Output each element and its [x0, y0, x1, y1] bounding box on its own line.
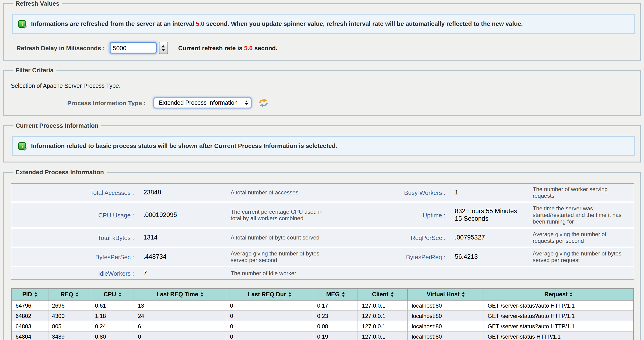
stat-description: The number of idle worker: [226, 267, 335, 280]
cell-request: GET /server-status?auto HTTP/1.1: [484, 311, 634, 321]
cell-req: 4300: [48, 311, 91, 321]
current-process-fieldset: Current Process Information Information …: [3, 122, 641, 163]
cell-cpu: 0.24: [91, 321, 134, 331]
refresh-delay-row: Refresh Delay in Miliseconds : Current r…: [10, 42, 636, 54]
process-list-body: 64796 2696 0.61 13 0 0.17 127.0.0.1 loca…: [11, 300, 634, 340]
cell-pid: 64803: [11, 321, 48, 331]
column-header-req[interactable]: REQ: [48, 289, 91, 300]
sort-icon: [288, 292, 291, 297]
filter-criteria-legend: Filter Criteria: [13, 67, 56, 74]
stat-label: Total kBytes :: [11, 228, 139, 247]
column-header-virtual-host[interactable]: Virtual Host: [408, 289, 484, 300]
cell-meg: 0.17: [313, 300, 358, 311]
column-header-request[interactable]: Request: [484, 289, 634, 300]
cell-virtual-host: localhost:80: [408, 311, 484, 321]
cell-pid: 64796: [11, 300, 48, 311]
spinner-buttons[interactable]: [159, 42, 168, 54]
process-type-select[interactable]: Extended Process Information: [153, 97, 252, 109]
cell-req: 3489: [48, 331, 91, 340]
refresh-info-suffix: second. When you update spinner value, r…: [206, 20, 523, 27]
server-stats-table: Total Accesses : 23848 A total number of…: [11, 183, 634, 280]
rate-suffix: second.: [254, 44, 277, 51]
column-header-pid[interactable]: PID: [11, 289, 48, 300]
table-header-row: PID REQ CPU Last REQ Time Last REQ Dur M…: [11, 289, 634, 300]
refresh-delay-input[interactable]: [110, 42, 157, 53]
column-header-last-req-dur[interactable]: Last REQ Dur: [226, 289, 313, 300]
rate-prefix: Current refresh rate is: [178, 44, 242, 51]
current-refresh-rate-text: Current refresh rate is 5.0 second.: [178, 44, 278, 51]
cell-meg: 0.08: [313, 321, 358, 331]
column-header-client[interactable]: Client: [358, 289, 408, 300]
table-row[interactable]: 64803 805 0.24 6 0 0.08 127.0.0.1 localh…: [11, 321, 634, 331]
cell-virtual-host: localhost:80: [408, 300, 484, 311]
table-row[interactable]: 64802 4300 1.18 24 0 0.23 127.0.0.1 loca…: [11, 311, 634, 321]
spinner-down-icon[interactable]: [162, 49, 165, 51]
server-stats-body: Total Accesses : 23848 A total number of…: [11, 183, 634, 280]
cell-cpu: 0.80: [91, 331, 134, 340]
sort-icon: [342, 292, 345, 297]
cell-pid: 64804: [11, 331, 48, 340]
column-header-cpu[interactable]: CPU: [91, 289, 134, 300]
cell-last-req-dur: 0: [226, 300, 313, 311]
column-header-last-req-time[interactable]: Last REQ Time: [134, 289, 226, 300]
sort-icon: [570, 292, 573, 297]
cell-meg: 0.19: [313, 331, 358, 340]
stat-description: Average giving the number of bytes serve…: [226, 247, 335, 267]
current-process-info-box: Information related to basic process sta…: [12, 136, 635, 156]
stat-value: .00795327: [450, 228, 528, 247]
cell-req: 2696: [48, 300, 91, 311]
sort-icon: [462, 292, 465, 297]
stat-label: Busy Workers :: [335, 183, 450, 202]
stat-label: CPU Usage :: [11, 202, 139, 228]
stat-value: 832 Hours 55 Minutes 15 Seconds: [450, 202, 528, 228]
extended-process-fieldset: Extended Process Information Total Acces…: [3, 169, 641, 340]
sort-icon: [34, 292, 37, 297]
cell-client: 127.0.0.1: [358, 331, 408, 340]
refresh-info-box: Informations are refreshed from the serv…: [12, 14, 635, 34]
cell-request: GET /server-status HTTP/1.1: [484, 331, 634, 340]
sort-icon: [391, 292, 394, 297]
stats-row: IdleWorkers : 7 The number of idle worke…: [11, 267, 634, 280]
cell-last-req-time: 13: [134, 300, 226, 311]
refresh-values-fieldset: Refresh Values Informations are refreshe…: [3, 0, 641, 61]
stat-value: [450, 267, 528, 280]
stats-row: Total kBytes : 1314 A total number of by…: [11, 228, 634, 247]
stats-row: Total Accesses : 23848 A total number of…: [11, 183, 634, 202]
cell-pid: 64802: [11, 311, 48, 321]
cell-cpu: 1.18: [91, 311, 134, 321]
refresh-delay-spinner[interactable]: [110, 42, 168, 54]
refresh-info-prefix: Informations are refreshed from the serv…: [31, 20, 194, 27]
refresh-rate-highlight: 5.0: [196, 20, 204, 27]
process-type-selected-value: Extended Process Information: [154, 100, 242, 106]
filter-criteria-description: Selection of Apache Server Process Type.: [11, 83, 636, 89]
stat-description: The number of worker serving requests: [528, 183, 634, 202]
stat-value: 56.4213: [450, 247, 528, 267]
cell-last-req-dur: 0: [226, 311, 313, 321]
cell-virtual-host: localhost:80: [408, 321, 484, 331]
sort-icon: [76, 292, 78, 297]
cell-client: 127.0.0.1: [358, 311, 408, 321]
stat-value: 7: [139, 267, 226, 280]
cell-last-req-time: 24: [134, 311, 226, 321]
stat-label: ReqPerSec :: [335, 228, 450, 247]
rate-value: 5.0: [244, 44, 252, 51]
refresh-info-text: Informations are refreshed from the serv…: [31, 20, 523, 27]
cell-last-req-time: 6: [134, 321, 226, 331]
table-row[interactable]: 64796 2696 0.61 13 0 0.17 127.0.0.1 loca…: [11, 300, 634, 311]
cell-meg: 0.23: [313, 311, 358, 321]
stat-description: Average giving the number of requests pe…: [528, 228, 634, 247]
cell-last-req-dur: 0: [226, 331, 313, 340]
table-row[interactable]: 64804 3489 0.80 0 0 0.19 127.0.0.1 local…: [11, 331, 634, 340]
refresh-values-legend: Refresh Values: [13, 0, 62, 7]
stat-value: 1: [450, 183, 528, 202]
refresh-delay-label: Refresh Delay in Miliseconds :: [16, 44, 105, 51]
cell-virtual-host: localhost:80: [408, 331, 484, 340]
process-list-table: PID REQ CPU Last REQ Time Last REQ Dur M…: [11, 288, 634, 340]
cell-client: 127.0.0.1: [358, 300, 408, 311]
stat-value: 23848: [139, 183, 226, 202]
swap-refresh-icon[interactable]: [258, 98, 268, 108]
spinner-up-icon[interactable]: [162, 45, 165, 47]
sort-icon: [118, 292, 121, 297]
stat-description: The current percentage CPU used in total…: [226, 202, 335, 228]
column-header-meg[interactable]: MEG: [313, 289, 358, 300]
